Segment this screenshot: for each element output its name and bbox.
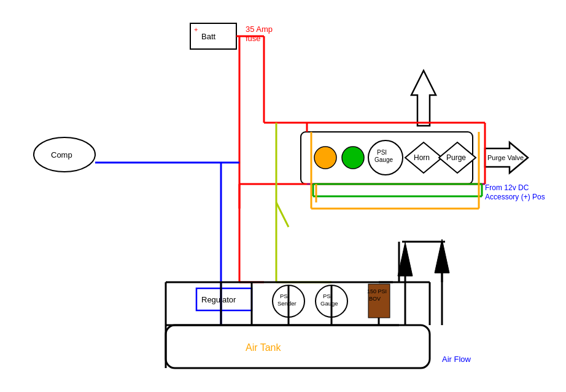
purge-valve-label: Purge Valve xyxy=(487,154,524,161)
wiring-diagram: + Batt 35 Amp fuse Horns Comp PSI Gauge … xyxy=(0,0,566,392)
accessory-label: Accessory (+) Pos xyxy=(485,193,545,201)
air-tank-rect xyxy=(166,325,430,368)
batt-label: Batt xyxy=(201,32,216,41)
psi-sender-label2: Sender xyxy=(277,300,297,307)
lime-wire-split xyxy=(276,202,289,227)
bov-label2: BOV xyxy=(369,296,381,302)
fuse-label2: fuse xyxy=(246,34,261,43)
psi-gauge-top-label2: Gauge xyxy=(374,156,393,163)
air-tank-label: Air Tank xyxy=(246,342,282,353)
orange-indicator xyxy=(314,147,336,169)
comp-label: Comp xyxy=(51,150,72,159)
psi-gauge-bottom-label2: Gauge xyxy=(320,300,338,307)
bov-label: 150 PSI xyxy=(367,288,387,294)
fuse-label: 35 Amp xyxy=(246,25,273,34)
regulator-label: Regulator xyxy=(201,295,236,304)
purge-label: Purge xyxy=(446,153,466,162)
horn-label: Horn xyxy=(414,153,430,162)
from-12v-label: From 12v DC xyxy=(485,183,529,192)
psi-gauge-top-label: PSI xyxy=(377,149,387,156)
air-flow-arrow-left xyxy=(398,242,413,276)
air-flow-label: Air Flow xyxy=(442,355,471,364)
batt-plus-label: + xyxy=(194,26,198,33)
green-indicator xyxy=(342,147,364,169)
horns-arrow xyxy=(411,71,436,126)
